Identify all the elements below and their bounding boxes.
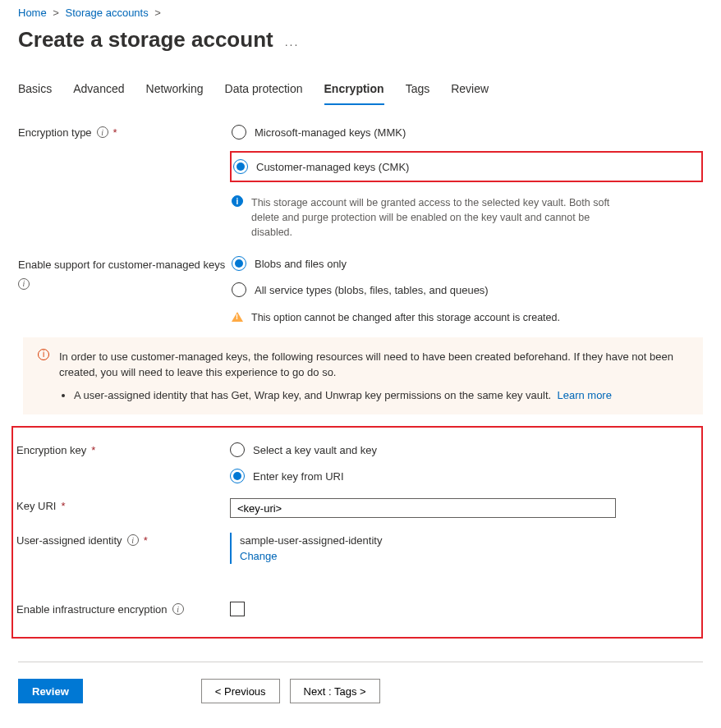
- review-button[interactable]: Review: [18, 679, 83, 703]
- tab-review[interactable]: Review: [451, 77, 489, 105]
- notice-bullet: A user-assigned identity that has Get, W…: [74, 389, 551, 401]
- divider: [18, 662, 703, 662]
- previous-button[interactable]: < Previous: [201, 679, 280, 703]
- infra-encryption-checkbox[interactable]: [230, 602, 245, 616]
- info-icon: i: [232, 195, 243, 207]
- encryption-key-label: Encryption key: [16, 444, 86, 456]
- radio-select-keyvault-label: Select a key vault and key: [253, 444, 377, 456]
- key-uri-input[interactable]: [230, 498, 616, 518]
- page-title: Create a storage account: [18, 27, 273, 53]
- next-button[interactable]: Next : Tags >: [290, 679, 380, 703]
- tab-basics[interactable]: Basics: [18, 77, 52, 105]
- user-assigned-identity-label: User-assigned identity: [16, 534, 122, 547]
- required-indicator: *: [61, 500, 65, 512]
- radio-all-services[interactable]: All service types (blobs, files, tables,…: [232, 282, 703, 297]
- tab-advanced[interactable]: Advanced: [73, 77, 124, 105]
- chevron-right-icon: >: [49, 7, 62, 19]
- tab-encryption[interactable]: Encryption: [324, 77, 384, 105]
- identity-value: sample-user-assigned-identity: [240, 534, 683, 547]
- prerequisite-notice: i In order to use customer-managed keys,…: [23, 337, 703, 415]
- highlight-key-section: Encryption key * Select a key vault and …: [11, 426, 703, 639]
- radio-blobs-files[interactable]: Blobs and files only: [232, 256, 703, 271]
- learn-more-link[interactable]: Learn more: [557, 389, 611, 401]
- key-uri-label: Key URI: [16, 500, 56, 512]
- change-identity-link[interactable]: Change: [240, 550, 683, 562]
- cmk-helper-text: This storage account will be granted acc…: [251, 195, 613, 240]
- tab-tags[interactable]: Tags: [406, 77, 430, 105]
- encryption-type-label: Encryption type: [18, 126, 92, 139]
- more-icon[interactable]: ···: [285, 33, 300, 51]
- required-indicator: *: [91, 444, 95, 456]
- tabs: Basics Advanced Networking Data protecti…: [18, 77, 703, 105]
- radio-blobs-files-label: Blobs and files only: [255, 258, 347, 270]
- required-indicator: *: [113, 126, 117, 139]
- tab-networking[interactable]: Networking: [146, 77, 204, 105]
- breadcrumb-storage-accounts[interactable]: Storage accounts: [66, 7, 149, 19]
- breadcrumb: Home > Storage accounts >: [18, 3, 703, 27]
- radio-enter-uri-label: Enter key from URI: [253, 470, 344, 483]
- info-icon[interactable]: i: [127, 534, 139, 546]
- infra-encryption-label: Enable infrastructure encryption: [16, 603, 168, 616]
- radio-all-services-label: All service types (blobs, files, tables,…: [255, 284, 489, 296]
- footer-buttons: Review < Previous Next : Tags >: [18, 679, 703, 703]
- breadcrumb-home[interactable]: Home: [18, 7, 47, 19]
- radio-enter-uri[interactable]: Enter key from URI: [230, 469, 691, 483]
- info-icon[interactable]: i: [97, 126, 108, 138]
- info-icon[interactable]: i: [172, 603, 184, 615]
- required-indicator: *: [144, 534, 148, 547]
- notice-intro: In order to use customer-managed keys, t…: [59, 350, 673, 379]
- radio-mmk-label: Microsoft-managed keys (MMK): [255, 126, 406, 139]
- chevron-right-icon: >: [151, 7, 164, 19]
- radio-cmk-label: Customer-managed keys (CMK): [256, 161, 409, 173]
- radio-cmk[interactable]: Customer-managed keys (CMK): [232, 159, 409, 174]
- cmk-support-label: Enable support for customer-managed keys: [18, 258, 225, 272]
- warning-icon: [232, 312, 243, 322]
- cmk-support-warning: This option cannot be changed after this…: [251, 310, 560, 325]
- highlight-cmk-option: Customer-managed keys (CMK): [230, 151, 703, 182]
- radio-mmk[interactable]: Microsoft-managed keys (MMK): [232, 125, 703, 140]
- info-icon[interactable]: i: [18, 278, 30, 290]
- info-icon: i: [38, 349, 49, 360]
- tab-data-protection[interactable]: Data protection: [225, 77, 303, 105]
- radio-select-keyvault[interactable]: Select a key vault and key: [230, 442, 691, 457]
